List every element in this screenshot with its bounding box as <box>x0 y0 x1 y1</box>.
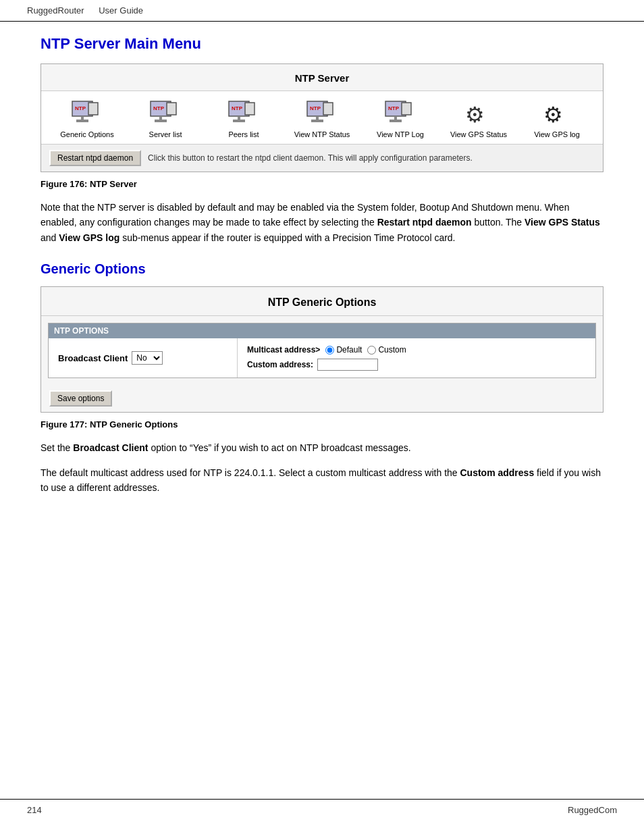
svg-rect-13 <box>233 120 245 122</box>
custom-address-label: Custom address: <box>247 360 313 369</box>
body-text-1d: sub-menus appear if the router is equipp… <box>119 232 455 243</box>
ntp-options-left: Broadcast Client No Yes <box>49 338 238 377</box>
broadcast-client-select[interactable]: No Yes <box>132 351 163 365</box>
figure-176-caption: Figure 176: NTP Server <box>41 179 603 189</box>
body-text-1c: and <box>41 232 59 243</box>
body-text-1b: button. The <box>472 217 525 228</box>
s2-text3: The default multicast address used for N… <box>41 467 460 478</box>
save-options-row: Save options <box>41 385 603 412</box>
icon-generic-options[interactable]: NTP Generic Options <box>57 101 117 138</box>
default-radio-label[interactable]: Default <box>325 345 362 355</box>
default-radio[interactable] <box>325 346 334 355</box>
s2-bold1: Broadcast Client <box>73 442 148 453</box>
broadcast-client-label: Broadcast Client <box>58 353 128 363</box>
multicast-address-label: Multicast address> <box>247 345 320 355</box>
s2-text1a: Set the <box>41 442 73 453</box>
icon-label-view-gps-status: View GPS Status <box>450 130 507 138</box>
svg-text:⚙: ⚙ <box>465 103 485 127</box>
svg-rect-24 <box>394 116 397 120</box>
multicast-row: Multicast address> Default Custom <box>247 345 586 355</box>
svg-rect-2 <box>88 103 98 115</box>
icon-server-list[interactable]: NTP Server list <box>135 101 196 138</box>
figure-176-title: NTP Server <box>41 64 603 91</box>
icon-label-view-ntp-status: View NTP Status <box>294 130 350 138</box>
view-gps-status-svg: ⚙ <box>462 101 495 128</box>
svg-rect-3 <box>76 120 88 122</box>
svg-rect-23 <box>390 120 402 122</box>
default-radio-text: Default <box>336 345 362 355</box>
custom-radio-text: Custom <box>378 345 406 355</box>
ntp-options-section: NTP OPTIONS Broadcast Client No Yes Mult… <box>48 323 596 378</box>
figure-177-title: NTP Generic Options <box>41 287 603 316</box>
figure-177-box: NTP Generic Options NTP OPTIONS Broadcas… <box>41 286 603 413</box>
body-bold-2: View GPS Status <box>525 217 600 228</box>
custom-address-input[interactable] <box>317 359 378 371</box>
svg-text:NTP: NTP <box>310 105 321 111</box>
icon-label-view-gps-log: View GPS log <box>534 130 580 138</box>
svg-rect-18 <box>311 120 323 122</box>
svg-text:NTP: NTP <box>153 105 165 111</box>
main-content: NTP Server Main Menu NTP Server NTP Gene… <box>0 22 644 531</box>
server-list-svg: NTP <box>149 101 182 128</box>
svg-text:NTP: NTP <box>388 105 400 111</box>
icon-view-gps-log[interactable]: ⚙ View GPS log <box>527 101 587 138</box>
section2-body-text2: The default multicast address used for N… <box>41 465 603 496</box>
section1-title: NTP Server Main Menu <box>41 35 603 53</box>
custom-radio[interactable] <box>367 346 376 355</box>
save-options-button[interactable]: Save options <box>49 390 112 407</box>
svg-rect-12 <box>245 103 254 115</box>
icon-peers-list[interactable]: NTP Peers list <box>213 101 274 138</box>
view-ntp-log-svg: NTP <box>384 101 417 128</box>
svg-rect-8 <box>155 120 167 122</box>
ntp-options-header: NTP OPTIONS <box>49 323 595 338</box>
icon-view-gps-status[interactable]: ⚙ View GPS Status <box>448 101 509 138</box>
icon-label-server-list: Server list <box>149 130 182 138</box>
icon-label-peers-list: Peers list <box>228 130 259 138</box>
svg-rect-7 <box>167 103 176 115</box>
view-ntp-status-svg: NTP <box>306 101 338 128</box>
s2-text1b: option to “Yes” if you wish to act on NT… <box>149 442 411 453</box>
restart-ntpd-button[interactable]: Restart ntpd daemon <box>49 150 141 166</box>
figure-176-box: NTP Server NTP Generic Options <box>41 63 603 172</box>
custom-address-row: Custom address: <box>247 359 586 371</box>
svg-text:NTP: NTP <box>75 105 86 111</box>
body-bold-1: Restart ntpd daemon <box>377 217 472 228</box>
section2-body-text1: Set the Broadcast Client option to “Yes”… <box>41 440 603 455</box>
body-bold-3: View GPS log <box>59 232 119 243</box>
header-bar: RuggedRouter User Guide <box>0 0 644 22</box>
footer-page-number: 214 <box>27 805 42 815</box>
restart-row: Restart ntpd daemon Click this button to… <box>41 145 603 172</box>
icon-label-generic-options: Generic Options <box>60 130 113 138</box>
icon-view-ntp-status[interactable]: NTP View NTP Status <box>292 101 352 138</box>
section2-title: Generic Options <box>41 261 603 277</box>
custom-radio-label[interactable]: Custom <box>367 345 406 355</box>
peers-list-svg: NTP <box>227 101 260 128</box>
svg-rect-4 <box>81 116 84 120</box>
footer-brand: RuggedCom <box>568 805 617 815</box>
svg-rect-22 <box>402 103 411 115</box>
page-footer: 214 RuggedCom <box>0 799 644 820</box>
svg-rect-17 <box>323 103 333 115</box>
view-gps-log-svg: ⚙ <box>541 101 573 128</box>
svg-text:NTP: NTP <box>232 105 243 111</box>
header-left: RuggedRouter <box>27 5 84 16</box>
header-right: User Guide <box>99 5 143 16</box>
ntp-icons-row: NTP Generic Options NTP <box>41 91 603 145</box>
icon-label-view-ntp-log: View NTP Log <box>377 130 424 138</box>
svg-rect-19 <box>316 116 319 120</box>
ntp-options-right: Multicast address> Default Custom Custom… <box>238 338 595 377</box>
ntp-options-body: Broadcast Client No Yes Multicast addres… <box>49 338 595 377</box>
restart-description: Click this button to restart the ntpd cl… <box>148 153 473 163</box>
svg-rect-14 <box>238 116 240 120</box>
svg-rect-9 <box>159 116 162 120</box>
s2-bold2: Custom address <box>460 467 534 478</box>
svg-text:⚙: ⚙ <box>543 103 563 127</box>
section1-body-text: Note that the NTP server is disabled by … <box>41 200 603 245</box>
generic-options-svg: NTP <box>71 101 103 128</box>
icon-view-ntp-log[interactable]: NTP View NTP Log <box>370 101 431 138</box>
figure-177-caption: Figure 177: NTP Generic Options <box>41 419 603 429</box>
